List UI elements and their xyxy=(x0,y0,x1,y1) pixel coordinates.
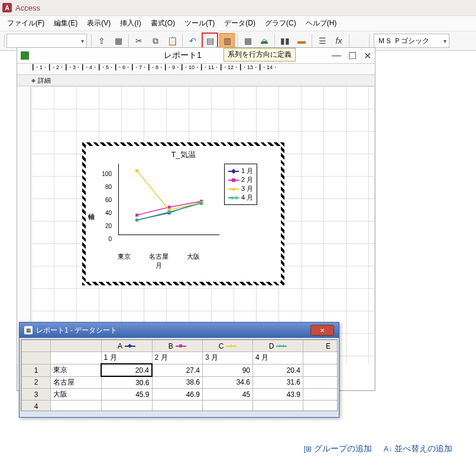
table-row: 4 xyxy=(22,401,338,412)
group-icon: [⊞ xyxy=(304,445,312,453)
report-icon xyxy=(21,51,29,60)
datasheet-icon: ▦ xyxy=(24,326,33,334)
datasheet-grid[interactable]: A B C D E 1 月 2 月 3 月 4 月 1 東京 20.4 27.4 xyxy=(21,339,338,411)
col-label[interactable] xyxy=(51,340,102,352)
paste-icon[interactable]: 📋 xyxy=(164,33,180,48)
tooltip-series-row: 系列を行方向に定義 xyxy=(224,48,296,61)
undo-icon[interactable]: ↶ xyxy=(185,33,200,48)
col-B[interactable]: B xyxy=(152,340,203,352)
col-C[interactable]: C xyxy=(203,340,253,352)
menu-data[interactable]: データ(D) xyxy=(221,17,259,30)
font-selector[interactable]: ＭＳ Ｐゴシック xyxy=(374,34,449,48)
table-icon[interactable]: ▦ xyxy=(240,33,255,48)
font-name: ＭＳ Ｐゴシック xyxy=(378,36,429,46)
menu-format[interactable]: 書式(O) xyxy=(147,17,179,30)
object-selector[interactable] xyxy=(7,34,87,48)
section-detail[interactable]: 詳細 xyxy=(17,75,375,86)
report-titlebar: レポート1 — ☐ ✕ xyxy=(17,48,375,63)
svg-rect-6 xyxy=(135,170,138,172)
app-name: Access xyxy=(15,4,40,12)
add-group-link[interactable]: [⊞グループの追加 xyxy=(304,444,372,454)
col-E[interactable]: E xyxy=(303,340,338,352)
datasheet-window: ▦ レポート1 - データシート ✕ A B C D E 1 月 2 月 3 月… xyxy=(19,322,339,418)
list-icon[interactable]: ☰ xyxy=(315,33,330,48)
sort-icon: A↓ xyxy=(384,445,392,453)
svg-rect-10 xyxy=(168,211,171,214)
cut-icon[interactable]: ✂ xyxy=(131,33,147,48)
x-axis-label: 月 xyxy=(108,261,209,270)
table-row: 2 名古屋 30.6 38.6 34.6 31.6 xyxy=(22,376,338,389)
import-icon[interactable]: ⇪ xyxy=(94,33,109,48)
fx-icon[interactable]: fx xyxy=(331,33,347,48)
chart-legend: 1 月 2 月 3 月 4 月 xyxy=(224,164,257,205)
bottom-actions: [⊞グループの追加 A↓並べ替えの追加 xyxy=(304,444,452,454)
add-sort-link[interactable]: A↓並べ替えの追加 xyxy=(384,444,452,454)
maximize-icon[interactable]: ☐ xyxy=(348,50,357,61)
minimize-icon[interactable]: — xyxy=(332,50,341,61)
table-row: 1 東京 20.4 27.4 90 20.4 xyxy=(22,364,338,376)
menu-edit[interactable]: 編集(E) xyxy=(50,17,81,30)
svg-rect-11 xyxy=(200,202,203,205)
datasheet-close-button[interactable]: ✕ xyxy=(310,325,334,336)
app-icon: A xyxy=(2,3,12,12)
selected-cell[interactable]: 20.4 xyxy=(101,364,152,376)
chart-area-icon[interactable]: ⛰ xyxy=(257,33,272,48)
bar-chart-icon[interactable]: ▬ xyxy=(294,33,309,48)
datasheet-titlebar[interactable]: ▦ レポート1 - データシート ✕ xyxy=(20,323,339,338)
close-icon[interactable]: ✕ xyxy=(364,50,371,61)
copy-icon[interactable]: ⧉ xyxy=(148,33,163,48)
menu-chart[interactable]: グラフ(C) xyxy=(261,17,300,30)
menu-insert[interactable]: 挿入(I) xyxy=(116,17,144,30)
menu-help[interactable]: ヘルプ(H) xyxy=(302,17,341,30)
chart-title: T_気温 xyxy=(86,149,281,160)
ruler-horizontal: ┃・1・┃・2・┃・3・┃・4・┃・5・┃・6・┃・7・┃・8・┃・9・┃・10… xyxy=(17,63,375,75)
chart-plot xyxy=(118,164,219,235)
col-D[interactable]: D xyxy=(253,340,303,352)
menu-view[interactable]: 表示(V) xyxy=(83,17,114,30)
menu-file[interactable]: ファイル(F) xyxy=(4,17,48,30)
series-by-row-icon[interactable]: ▤ xyxy=(202,32,218,49)
titlebar: A Access xyxy=(0,0,476,16)
corner-cell[interactable] xyxy=(22,340,51,352)
menu-tools[interactable]: ツール(T) xyxy=(181,17,218,30)
table-row: 3 大阪 45.9 46.9 45 43.9 xyxy=(22,389,338,401)
svg-rect-9 xyxy=(135,219,138,222)
menubar: ファイル(F) 編集(E) 表示(V) 挿入(I) 書式(O) ツール(T) デ… xyxy=(0,16,476,31)
datasheet-view-icon[interactable]: ▦ xyxy=(111,33,126,48)
chart-object[interactable]: T_気温 100 80 60 40 20 0 軸値 1 月 2 月 xyxy=(85,145,281,282)
svg-rect-3 xyxy=(135,214,138,217)
datasheet-title: レポート1 - データシート xyxy=(36,325,117,336)
column-chart-icon[interactable]: ▮▮ xyxy=(277,33,293,48)
series-by-column-icon[interactable]: ▥ xyxy=(219,33,235,48)
col-A[interactable]: A xyxy=(101,340,152,352)
x-tick-labels: 東京 名古屋 大阪 xyxy=(108,252,209,261)
y-ticks: 100 80 60 40 20 0 xyxy=(99,171,112,242)
